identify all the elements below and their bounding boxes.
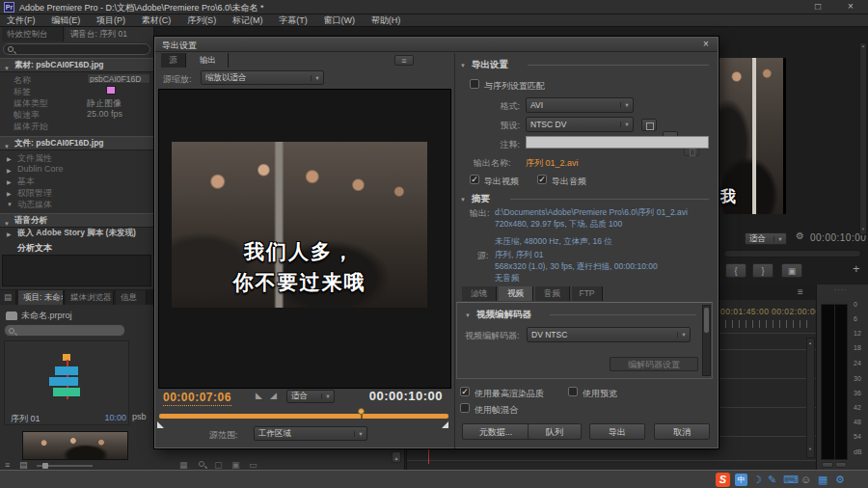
tab-ftp[interactable]: FTP <box>572 286 603 301</box>
program-settings-wrench-icon[interactable]: ⚙ <box>796 230 804 241</box>
disclosure-open-icon[interactable]: ▼ <box>460 63 466 68</box>
disclosure-closed-icon[interactable]: ▶ <box>7 167 12 174</box>
tab-audio-mixer[interactable]: 调音台: 序列 01 <box>66 27 154 41</box>
panel-grip-dots-icon[interactable]: ∙∙∙∙ <box>834 285 847 294</box>
disclosure-closed-icon[interactable]: ▶ <box>7 155 12 162</box>
work-area-end-handle[interactable] <box>442 421 448 428</box>
tab-project[interactable]: 项目: 未命名 <box>18 290 64 305</box>
mark-out-icon[interactable]: ◢ <box>270 391 277 400</box>
disclosure-open-icon[interactable]: ▼ <box>465 312 471 318</box>
plus-button[interactable]: + <box>853 261 860 276</box>
program-vertical-scrollbar[interactable]: ▲ ▼ <box>859 42 867 235</box>
cancel-button[interactable]: 取消 <box>654 423 710 440</box>
scroll-down-icon[interactable]: ▼ <box>860 227 866 231</box>
menu-edit[interactable]: 编辑(E) <box>44 14 87 26</box>
ime-keyboard-icon[interactable]: ⌨ <box>783 474 799 486</box>
dublin-core-row[interactable]: Dublin Core <box>17 164 64 174</box>
menu-window[interactable]: 窗口(W) <box>316 14 362 26</box>
panel-menu-icon[interactable]: ≡ <box>394 55 414 66</box>
menu-title[interactable]: 字幕(T) <box>272 14 314 26</box>
preview-time-slider[interactable] <box>159 414 448 419</box>
metadata-button[interactable]: 元数据... <box>462 423 529 440</box>
name-value-field[interactable]: psbCAI0F16D <box>87 73 150 84</box>
source-range-select[interactable]: 工作区域 ▼ <box>254 426 367 441</box>
disclosure-closed-icon[interactable]: ▶ <box>7 178 12 185</box>
analyze-text-button[interactable]: 分析文本 <box>17 242 52 255</box>
queue-button[interactable]: 队列 <box>528 423 582 440</box>
use-previews-checkbox[interactable]: ✓ <box>568 387 578 396</box>
source-scaling-select[interactable]: 缩放以适合 ▼ <box>201 70 324 85</box>
metadata-file-header[interactable]: ▼ 文件: psbCAI0F16D.jpg <box>0 136 154 150</box>
automate-to-sequence-icon[interactable]: ▦ <box>179 460 188 470</box>
match-sequence-checkbox[interactable]: ✓ <box>470 79 479 89</box>
dialog-tab-output[interactable]: 输出 <box>188 53 229 68</box>
disclosure-open-icon[interactable]: ▼ <box>460 197 466 203</box>
save-preset-icon[interactable] <box>641 119 657 131</box>
ime-fullwidth-moon-icon[interactable]: ☽ <box>752 474 762 486</box>
embed-story-script-row[interactable]: 嵌入 Adobe Story 脚本 (未发现) <box>17 228 152 239</box>
disclosure-open-icon[interactable]: ▼ <box>4 218 10 230</box>
dynamic-media-row[interactable]: 动态媒体 <box>17 199 52 211</box>
export-button[interactable]: 导出 <box>589 423 645 440</box>
tab-audio[interactable]: 音频 <box>535 286 570 301</box>
menu-marker[interactable]: 标记(M) <box>226 14 270 26</box>
dialog-tab-source[interactable]: 源 <box>161 53 186 68</box>
program-scrollbar[interactable] <box>723 250 861 258</box>
close-window-button[interactable]: × <box>843 1 858 13</box>
timeline-vertical-scrollbar[interactable]: ▲ ▼ <box>806 338 815 458</box>
comments-input[interactable] <box>526 136 709 149</box>
disclosure-closed-icon[interactable]: ▶ <box>7 230 12 237</box>
dynamic-media-disclosure-icon[interactable]: ▼ <box>7 202 13 207</box>
menu-file[interactable]: 文件(F) <box>0 14 42 26</box>
work-area-start-handle[interactable] <box>157 421 164 428</box>
label-color-swatch[interactable] <box>106 86 116 95</box>
mark-out-button[interactable]: } <box>752 263 773 278</box>
mark-in-icon[interactable]: ◣ <box>256 391 262 400</box>
disclosure-open-icon[interactable]: ▼ <box>4 63 10 75</box>
max-render-quality-checkbox[interactable]: ✓ <box>460 387 470 396</box>
current-time-display[interactable]: 00:00:07:06 <box>163 391 231 406</box>
program-zoom-select[interactable]: 适合 ▼ <box>745 232 787 245</box>
preset-select[interactable]: NTSC DV ▼ <box>526 117 634 132</box>
meter-option-button[interactable] <box>835 462 847 468</box>
summary-header[interactable]: 摘要 <box>472 193 490 205</box>
dialog-close-icon[interactable]: × <box>703 39 709 49</box>
ime-settings-wrench-icon[interactable]: ⚙ <box>835 474 845 486</box>
speech-analysis-header[interactable]: ▼ 语音分析 <box>0 213 154 228</box>
icon-view-icon[interactable]: ▤ <box>19 460 28 470</box>
video-codec-select[interactable]: DV NTSC ▼ <box>527 327 691 342</box>
disclosure-open-icon[interactable]: ▼ <box>4 141 10 153</box>
restore-window-button[interactable]: □ <box>810 1 826 13</box>
menu-help[interactable]: 帮助(H) <box>365 14 408 26</box>
codec-section-scrollbar[interactable] <box>702 305 711 376</box>
panel-menu-icon[interactable]: ≡ <box>798 286 803 297</box>
tab-effect-controls[interactable]: 特效控制台 <box>2 27 64 41</box>
export-audio-checkbox[interactable]: ✓ <box>537 175 547 184</box>
menu-project[interactable]: 项目(P) <box>90 14 132 26</box>
meter-option-button[interactable] <box>822 462 833 468</box>
zoom-slider[interactable] <box>37 465 93 467</box>
export-settings-header[interactable]: 导出设置 <box>472 59 508 71</box>
output-name-link[interactable]: 序列 01_2.avi <box>526 157 579 170</box>
ime-chinese-mode-icon[interactable]: 中 <box>735 474 747 486</box>
sogou-ime-logo-icon[interactable]: S <box>716 473 730 487</box>
menu-sequence[interactable]: 序列(S) <box>180 14 223 26</box>
ime-account-icon[interactable]: ☺ <box>800 474 811 485</box>
clip-thumbnail[interactable] <box>22 431 128 460</box>
scroll-up-icon[interactable]: ▲ <box>392 451 401 463</box>
ime-brush-icon[interactable]: ✎ <box>768 474 776 486</box>
tab-media-browser[interactable]: 媒体浏览器 <box>66 290 114 305</box>
scroll-down-icon[interactable]: ▼ <box>808 447 812 451</box>
mark-in-button[interactable]: { <box>725 263 746 278</box>
dialog-title-bar[interactable]: 导出设置 × <box>155 38 718 52</box>
export-video-checkbox[interactable]: ✓ <box>470 175 479 184</box>
new-bin-icon[interactable]: ▢ <box>214 460 223 470</box>
tab-video[interactable]: 视频 <box>499 286 533 301</box>
project-file-name[interactable]: 未命名.prproj <box>21 310 137 322</box>
tab-info[interactable]: 信息 <box>116 290 147 305</box>
new-item-icon[interactable]: ▣ <box>231 460 240 470</box>
tab-filters[interactable]: 滤镜 <box>462 286 497 301</box>
panel-drawer-icon[interactable]: ▤ <box>0 290 16 305</box>
scroll-up-icon[interactable]: ▲ <box>808 340 812 345</box>
sequence-tile[interactable]: 序列 01 10:00 <box>4 340 129 425</box>
